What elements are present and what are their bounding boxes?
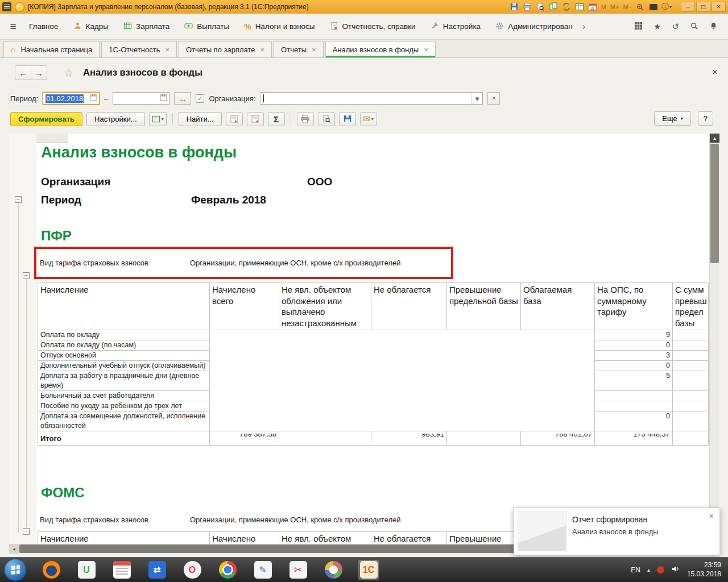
table-row[interactable]: Отпуск основной3 <box>38 351 709 361</box>
memory-recall-button[interactable]: M <box>601 3 607 10</box>
collapse-group-button[interactable]: − <box>15 196 22 203</box>
report-cell[interactable] <box>673 391 709 401</box>
organization-combobox[interactable]: ▾ <box>260 92 483 105</box>
report-cell[interactable] <box>447 431 521 446</box>
collapse-groups-icon[interactable] <box>247 112 264 126</box>
taskbar-item-1c[interactable]: 1С <box>358 560 379 580</box>
settings-button[interactable]: Настройки... <box>86 112 145 126</box>
vertical-scroll-thumb[interactable] <box>710 144 719 263</box>
report-cell[interactable] <box>210 411 279 431</box>
report-cell[interactable] <box>673 361 709 371</box>
history-icon[interactable]: ↺ <box>672 22 679 32</box>
app-logo-icon[interactable] <box>15 2 24 12</box>
notifications-bell-icon[interactable] <box>709 22 718 32</box>
help-button[interactable]: ? <box>698 111 713 126</box>
print-preview-icon[interactable] <box>535 2 545 12</box>
report-cell[interactable] <box>447 330 521 340</box>
accrual-name-cell[interactable]: Дополнительный учебный отпуск (оплачивае… <box>38 361 210 371</box>
report-cell[interactable] <box>673 340 709 351</box>
tab-fund-contribution-analysis[interactable]: Анализ взносов в фонды × <box>325 41 436 57</box>
column-header[interactable]: Не явл. объектом обложения или выплачено… <box>279 283 371 330</box>
collapse-group-button[interactable]: − <box>23 272 30 279</box>
report-cell[interactable] <box>521 391 595 401</box>
report-cell[interactable] <box>371 401 447 411</box>
info-icon[interactable]: ⓘ▾ <box>661 2 672 12</box>
table-row[interactable]: Доплата за совмещение должностей, исполн… <box>38 411 709 431</box>
report-cell[interactable] <box>673 401 709 411</box>
more-button[interactable]: Еще▾ <box>654 111 690 126</box>
taskbar-item-chrome[interactable] <box>217 560 238 580</box>
taskbar-item-firefox[interactable] <box>41 560 61 580</box>
menu-item-payments[interactable]: Выплаты <box>177 14 237 40</box>
tab-reports[interactable]: Отчеты × <box>274 41 324 57</box>
print-icon[interactable] <box>522 2 532 12</box>
close-tab-icon[interactable]: × <box>424 45 428 54</box>
ops-amount-cell[interactable]: 3 <box>595 351 673 361</box>
export-icon[interactable] <box>548 2 559 12</box>
expand-groups-icon[interactable] <box>226 112 243 126</box>
report-cell[interactable] <box>279 391 371 401</box>
print-button[interactable] <box>297 112 314 126</box>
total-taxable-base-cell[interactable]: 788 401,67 <box>521 431 595 446</box>
report-cell[interactable] <box>279 431 371 446</box>
theme-icon[interactable] <box>648 2 659 12</box>
menu-item-staff[interactable]: Кадры <box>66 14 116 40</box>
report-cell[interactable] <box>673 431 709 446</box>
vertical-scrollbar[interactable]: ▴ ▾ <box>709 134 719 544</box>
memory-subtract-button[interactable]: M− <box>622 3 632 10</box>
report-cell[interactable] <box>210 340 279 351</box>
table-row[interactable]: Доплата за работу в праздничные дни (дне… <box>38 371 709 391</box>
favorites-star-icon[interactable]: ★ <box>653 22 661 32</box>
report-cell[interactable] <box>279 340 371 351</box>
collapse-group-button[interactable]: − <box>23 528 30 535</box>
taskbar-item-teamviewer[interactable]: ⇄ <box>147 560 167 580</box>
report-cell[interactable] <box>447 371 521 391</box>
report-cell[interactable] <box>371 351 447 361</box>
toast-subtitle[interactable]: Анализ взносов в фонды <box>572 527 659 536</box>
table-row[interactable]: Оплата по окладу9 <box>38 330 709 340</box>
report-cell[interactable] <box>447 401 521 411</box>
report-cell[interactable] <box>371 371 447 391</box>
report-cell[interactable] <box>673 330 709 340</box>
report-cell[interactable] <box>210 391 279 401</box>
report-cell[interactable] <box>210 351 279 361</box>
report-cell[interactable] <box>447 391 521 401</box>
report-cell[interactable] <box>521 401 595 411</box>
report-cell[interactable] <box>210 401 279 411</box>
menu-item-taxes[interactable]: % Налоги и взносы <box>237 14 322 40</box>
language-indicator[interactable]: EN <box>631 566 640 574</box>
total-ops-cell[interactable]: 173 448,37 <box>595 431 673 446</box>
report-cell[interactable] <box>447 351 521 361</box>
accrual-name-cell[interactable]: Доплата за совмещение должностей, исполн… <box>38 411 210 431</box>
table-row[interactable]: Больничный за счет работодателя <box>38 391 709 401</box>
main-menu-icon[interactable]: ≡ <box>5 18 22 35</box>
menu-item-administration[interactable]: Администрирован <box>488 14 580 40</box>
total-label-cell[interactable]: Итого <box>38 431 210 446</box>
menu-item-settings[interactable]: Настройка <box>423 14 488 40</box>
report-cell[interactable] <box>673 411 709 431</box>
report-cell[interactable] <box>371 340 447 351</box>
report-cell[interactable] <box>673 371 709 391</box>
accrual-name-cell[interactable]: Доплата за работу в праздничные дни (дне… <box>38 371 210 391</box>
volume-icon[interactable] <box>671 564 680 575</box>
column-header[interactable]: Облагаемая база <box>521 283 595 330</box>
accrual-name-cell[interactable]: Отпуск основной <box>38 351 210 361</box>
total-not-taxed-cell[interactable]: 983,91 <box>371 431 447 446</box>
column-header[interactable]: С сумм превыш предел базы <box>673 283 709 330</box>
menu-item-reports[interactable]: Отчетность, справки <box>322 14 423 40</box>
tray-expand-icon[interactable]: ▴ <box>647 567 650 573</box>
report-cell[interactable] <box>447 361 521 371</box>
table-row[interactable]: Дополнительный учебный отпуск (оплачивае… <box>38 361 709 371</box>
ops-amount-cell[interactable] <box>595 401 673 411</box>
minimize-button[interactable]: – <box>681 2 695 12</box>
total-accrued-cell[interactable]: 789 387,58 <box>210 431 279 446</box>
column-header[interactable]: Не облагается <box>371 283 447 330</box>
table-icon[interactable] <box>574 2 585 12</box>
scroll-up-icon[interactable]: ▴ <box>710 134 719 143</box>
report-cell[interactable] <box>210 330 279 340</box>
report-cell[interactable] <box>279 401 371 411</box>
ops-amount-cell[interactable]: 0 <box>595 340 673 351</box>
report-cell[interactable] <box>279 351 371 361</box>
ops-amount-cell[interactable]: 0 <box>595 411 673 431</box>
toast-close-icon[interactable]: × <box>709 512 714 521</box>
